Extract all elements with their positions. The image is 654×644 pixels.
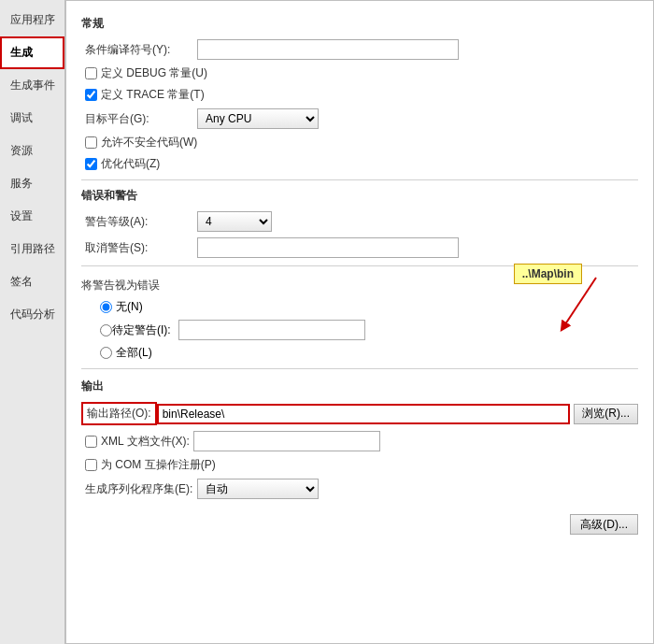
define-trace-label: 定义 TRACE 常量(T) [101, 87, 205, 103]
specific-warnings-input[interactable] [178, 320, 365, 340]
define-debug-row: 定义 DEBUG 常量(U) [81, 65, 638, 81]
target-platform-label: 目标平台(G): [85, 111, 197, 127]
suppress-warnings-row: 取消警告(S): [81, 237, 638, 258]
warning-level-select[interactable]: 1 2 3 4 [197, 211, 272, 232]
sidebar-item-app[interactable]: 应用程序 [0, 4, 64, 36]
radio-specific[interactable] [100, 324, 112, 336]
allow-unsafe-checkbox[interactable] [85, 136, 97, 149]
output-section-title: 输出 [81, 379, 638, 394]
xml-doc-label: XML 文档文件(X): [101, 434, 190, 450]
sidebar-item-debug[interactable]: 调试 [0, 102, 64, 135]
warning-level-row: 警告等级(A): 1 2 3 4 [81, 211, 638, 232]
tooltip-box: ..\Map\bin [514, 264, 582, 284]
condition-compiler-label: 条件编译符号(Y): [85, 42, 197, 58]
allow-unsafe-row: 允许不安全代码(W) [81, 135, 638, 150]
output-path-input[interactable] [157, 404, 571, 424]
sidebar-item-build-events[interactable]: 生成事件 [0, 69, 64, 102]
define-debug-label: 定义 DEBUG 常量(U) [101, 65, 207, 81]
xml-doc-checkbox[interactable] [85, 436, 97, 448]
section-general-title: 常规 [81, 16, 638, 32]
serialize-row: 生成序列化程序集(E): 自动 开 关 [81, 479, 638, 499]
output-section: 输出 输出路径(O): 浏览(R)... XML 文档文件(X): 为 COM … [81, 379, 638, 499]
sidebar-item-code-analysis[interactable]: 代码分析 [0, 298, 64, 331]
serialize-label: 生成序列化程序集(E): [85, 481, 197, 497]
com-register-row: 为 COM 互操作注册(P) [81, 457, 638, 473]
serialize-select[interactable]: 自动 开 关 [197, 479, 319, 499]
define-trace-checkbox[interactable] [85, 89, 97, 101]
sidebar-item-resources[interactable]: 资源 [0, 135, 64, 167]
suppress-warnings-label: 取消警告(S): [85, 240, 197, 256]
treat-warnings-section: 将警告视为错误 无(N) 待定警告(I): ..\Map\bin [81, 278, 638, 361]
browse-button[interactable]: 浏览(R)... [574, 404, 638, 424]
radio-all[interactable] [100, 347, 112, 359]
xml-doc-input[interactable] [193, 431, 380, 451]
condition-compiler-input[interactable] [197, 39, 459, 60]
divider-1 [81, 179, 638, 180]
radio-none-row: 无(N) [81, 299, 638, 315]
sidebar-item-build[interactable]: 生成 [0, 36, 64, 69]
radio-none-label: 无(N) [116, 299, 143, 315]
radio-specific-label: 待定警告(I): [112, 322, 171, 338]
target-platform-select[interactable]: Any CPU x86 x64 Itanium [197, 108, 319, 129]
bottom-row: 高级(D)... [81, 510, 638, 535]
sidebar-item-services[interactable]: 服务 [0, 167, 64, 200]
optimize-code-checkbox[interactable] [85, 158, 97, 170]
radio-none[interactable] [100, 301, 112, 313]
advanced-button[interactable]: 高级(D)... [570, 514, 638, 535]
optimize-code-row: 优化代码(Z) [81, 156, 638, 172]
output-path-label: 输出路径(O): [81, 402, 157, 425]
com-register-label: 为 COM 互操作注册(P) [101, 457, 216, 473]
target-platform-row: 目标平台(G): Any CPU x86 x64 Itanium [81, 108, 638, 129]
warning-level-label: 警告等级(A): [85, 214, 197, 230]
define-trace-row: 定义 TRACE 常量(T) [81, 87, 638, 103]
allow-unsafe-label: 允许不安全代码(W) [101, 135, 197, 150]
xml-doc-row: XML 文档文件(X): [81, 431, 638, 451]
sidebar-item-settings[interactable]: 设置 [0, 200, 64, 233]
optimize-code-label: 优化代码(Z) [101, 156, 160, 172]
define-debug-checkbox[interactable] [85, 67, 97, 79]
radio-all-row: 全部(L) [81, 345, 638, 361]
sidebar-item-reference-paths[interactable]: 引用路径 [0, 233, 64, 265]
radio-all-label: 全部(L) [116, 345, 152, 361]
output-path-row: 输出路径(O): 浏览(R)... [81, 402, 638, 425]
divider-3 [81, 368, 638, 369]
com-register-checkbox[interactable] [85, 459, 97, 471]
section-errors-title: 错误和警告 [81, 188, 638, 204]
suppress-warnings-input[interactable] [197, 237, 459, 258]
main-panel: 常规 条件编译符号(Y): 定义 DEBUG 常量(U) 定义 TRACE 常量… [65, 0, 654, 644]
sidebar-item-signing[interactable]: 签名 [0, 265, 64, 298]
sidebar: 应用程序 生成 生成事件 调试 资源 服务 设置 引用路径 签名 代码分析 [0, 0, 65, 644]
condition-compiler-row: 条件编译符号(Y): [81, 39, 638, 60]
